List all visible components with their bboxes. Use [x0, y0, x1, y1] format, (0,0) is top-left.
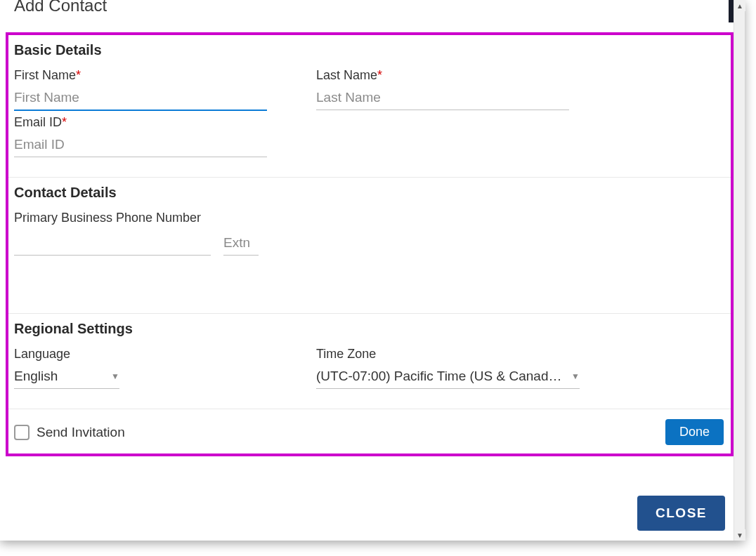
- scroll-down-arrow-icon[interactable]: ▼: [734, 529, 745, 541]
- spacer: [14, 256, 725, 298]
- email-label: Email ID*: [14, 115, 267, 130]
- send-invitation-checkbox[interactable]: [14, 425, 30, 440]
- scroll-up-arrow-icon[interactable]: ▲: [734, 0, 745, 11]
- language-label: Language: [14, 347, 119, 362]
- first-name-field: First Name*: [14, 68, 267, 111]
- basic-details-section: Basic Details First Name* Last Name*: [8, 35, 731, 178]
- add-contact-dialog: ▲ ▼ Add Contact Basic Details First Name…: [0, 0, 745, 541]
- chevron-down-icon: ▼: [571, 371, 580, 381]
- required-mark: *: [76, 68, 81, 82]
- done-button[interactable]: Done: [665, 419, 724, 445]
- last-name-input[interactable]: [316, 87, 569, 110]
- contact-details-section: Contact Details Primary Business Phone N…: [8, 178, 731, 314]
- form-highlight-area: Basic Details First Name* Last Name*: [6, 32, 734, 456]
- regional-settings-section: Regional Settings Language English ▼ Tim…: [8, 314, 731, 409]
- language-field: Language English ▼: [14, 347, 119, 389]
- form-footer: Send Invitation Done: [8, 409, 731, 454]
- timezone-select[interactable]: (UTC-07:00) Pacific Time (US & Canada)..…: [316, 366, 580, 389]
- timezone-field: Time Zone (UTC-07:00) Pacific Time (US &…: [316, 347, 580, 389]
- decorative-edge: [729, 0, 734, 22]
- send-invitation-checkbox-wrap: Send Invitation: [14, 425, 125, 440]
- language-select[interactable]: English ▼: [14, 366, 119, 389]
- dialog-header: Add Contact: [0, 0, 745, 17]
- chevron-down-icon: ▼: [111, 371, 119, 381]
- last-name-field: Last Name*: [316, 68, 569, 111]
- first-name-label: First Name*: [14, 68, 267, 83]
- timezone-label: Time Zone: [316, 347, 580, 362]
- email-label-text: Email ID: [14, 115, 62, 129]
- primary-phone-input[interactable]: [14, 232, 211, 256]
- required-mark: *: [62, 115, 67, 129]
- first-name-input[interactable]: [14, 87, 267, 111]
- phone-input-group: [14, 232, 725, 256]
- scroll-track[interactable]: [734, 11, 745, 529]
- phone-extn-input[interactable]: [223, 232, 259, 256]
- close-button[interactable]: CLOSE: [637, 496, 725, 531]
- required-mark: *: [377, 68, 382, 82]
- last-name-label-text: Last Name: [316, 68, 377, 82]
- email-field: Email ID*: [14, 115, 267, 157]
- last-name-label: Last Name*: [316, 68, 569, 83]
- contact-details-heading: Contact Details: [14, 185, 725, 201]
- basic-details-heading: Basic Details: [14, 42, 725, 58]
- vertical-scrollbar[interactable]: ▲ ▼: [734, 0, 745, 541]
- regional-settings-heading: Regional Settings: [14, 321, 725, 337]
- timezone-value: (UTC-07:00) Pacific Time (US & Canada)..…: [316, 369, 564, 384]
- send-invitation-label: Send Invitation: [37, 425, 125, 440]
- first-name-label-text: First Name: [14, 68, 76, 82]
- email-input[interactable]: [14, 134, 267, 157]
- dialog-title: Add Contact: [14, 0, 731, 15]
- language-value: English: [14, 369, 104, 384]
- primary-phone-label: Primary Business Phone Number: [14, 211, 725, 225]
